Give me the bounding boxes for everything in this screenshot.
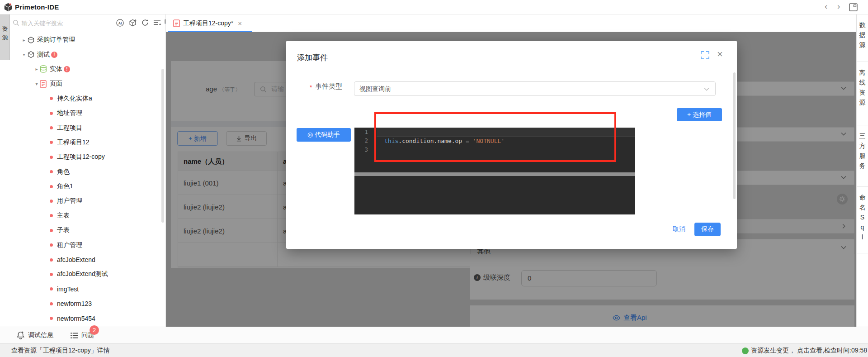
editor-horizontal-scrollbar[interactable] (354, 172, 635, 176)
tree-item-label: newform123 (57, 300, 92, 307)
right-rail-tab[interactable]: 命名Sql (857, 187, 868, 253)
tree-item[interactable]: 持久化实体a (10, 91, 165, 106)
tree-item-label: afcJobExtend (57, 256, 95, 263)
tree-collapsed-arrow-icon[interactable]: ▸ (33, 67, 40, 71)
item-dot-icon (50, 273, 53, 276)
dialog-title: 添加事件 (297, 52, 328, 63)
tree-item-label: afcJobExtend测试 (57, 270, 108, 278)
debug-bell-icon (16, 331, 25, 339)
left-rail-label: 资 (0, 24, 10, 33)
sidebar-search[interactable]: 输入关键字搜索 AI 文A (10, 14, 165, 32)
code-assistant-button[interactable]: ◎ 代码助手 (297, 128, 351, 142)
item-dot-icon (50, 317, 53, 320)
tree-item-label: 主表 (57, 212, 70, 220)
item-dot-icon (50, 214, 53, 217)
tree-item[interactable]: 主表 (10, 209, 165, 223)
window-layout-icon[interactable] (849, 3, 858, 11)
right-rail-tab[interactable]: 数据源 (857, 14, 868, 62)
annotation-red-box (374, 112, 616, 162)
title-bar: Primeton-IDE ‹ › (0, 0, 868, 14)
pick-value-button[interactable]: + 选择值 (677, 108, 722, 121)
new-module-icon[interactable] (128, 19, 137, 27)
tree-item-label: 工程项目 (57, 124, 82, 132)
sidebar-scrollbar[interactable] (161, 69, 164, 223)
item-dot-icon (50, 97, 53, 100)
item-dot-icon (50, 243, 53, 247)
tree-item[interactable]: 工程项目12-copy (10, 150, 165, 164)
tree-item[interactable]: 角色1 (10, 179, 165, 194)
tree-expanded-arrow-icon[interactable]: ▾ (33, 81, 40, 86)
add-event-dialog: 添加事件 × * 事件类型 视图查询前 + 选择值 ◎ 代码助手 1this.c… (286, 41, 737, 249)
tree-item[interactable]: 租户管理 (10, 238, 165, 252)
required-asterisk: * (310, 84, 312, 91)
nav-back-icon[interactable]: ‹ (825, 1, 827, 11)
tree-item[interactable]: ▾测试! (10, 47, 165, 62)
list-icon (71, 332, 78, 339)
tree-item-label: 角色1 (57, 182, 73, 190)
save-button[interactable]: 保存 (694, 223, 721, 236)
nav-forward-icon[interactable]: › (837, 1, 840, 11)
tree-item[interactable]: 工程项目 (10, 120, 165, 135)
debug-info-tab[interactable]: 调试信息 (16, 327, 53, 343)
tree-item[interactable]: 工程项目12 (10, 135, 165, 150)
item-dot-icon (50, 170, 53, 173)
event-type-value: 视图查询前 (359, 85, 391, 93)
tab-close-icon[interactable]: × (238, 19, 242, 27)
tree-item[interactable]: afcJobExtend测试 (10, 267, 165, 281)
tree-item[interactable]: newform123 (10, 296, 165, 311)
expand-dialog-icon[interactable] (701, 51, 709, 59)
resource-change-text: 资源发生变更， 点击查看,检查时间:09:58 (751, 347, 867, 355)
tab-label: 工程项目12-copy* (183, 19, 233, 28)
status-bar: 查看资源「工程项目12-copy」详情 资源发生变更， 点击查看,检查时间:09… (0, 343, 868, 357)
tree-item[interactable]: ▸实体! (10, 62, 165, 76)
tree-item[interactable]: ▸采购订单管理 (10, 33, 165, 47)
page-icon (40, 80, 47, 88)
tree-item-label: 租户管理 (57, 241, 82, 249)
event-type-select[interactable]: 视图查询前 (354, 81, 716, 96)
app-logo-icon (3, 2, 13, 12)
line-number: 3 (354, 147, 373, 153)
tree-expanded-arrow-icon[interactable]: ▾ (21, 52, 27, 57)
tree-item[interactable]: ▾页面 (10, 76, 165, 91)
cancel-button[interactable]: 取消 (673, 225, 685, 233)
refresh-icon[interactable] (141, 19, 149, 27)
item-dot-icon (50, 141, 53, 144)
error-badge: ! (51, 52, 57, 58)
tree-item[interactable]: 用户管理 (10, 194, 165, 208)
tree-item[interactable]: 角色 (10, 165, 165, 179)
close-dialog-icon[interactable]: × (717, 48, 723, 60)
item-dot-icon (50, 229, 53, 232)
right-rail: 数据源离线资源三方服务命名Sql (856, 14, 868, 343)
left-rail-label: 源 (0, 33, 10, 42)
tree-item-label: 角色 (57, 168, 70, 176)
chevron-down-icon (703, 86, 710, 92)
database-icon (40, 65, 47, 73)
sidebar-search-placeholder: 输入关键字搜索 (22, 19, 63, 28)
tree-item-label: newform5454 (57, 315, 95, 322)
dialog-scrollbar[interactable] (733, 72, 736, 199)
status-green-dot-icon (742, 347, 749, 354)
tree-item-label: imgTest (57, 286, 79, 293)
tree-item[interactable]: imgTest (10, 282, 165, 296)
tab-project12-copy[interactable]: 工程项目12-copy* × (168, 14, 248, 32)
tree-item[interactable]: newform5454 (10, 311, 165, 325)
tree-item-label: 实体 (50, 65, 62, 73)
item-dot-icon (50, 112, 53, 115)
resource-change-notice[interactable]: 资源发生变更， 点击查看,检查时间:09:58 (742, 347, 867, 355)
sort-filter-icon[interactable] (153, 19, 161, 26)
tree-item-label: 测试 (37, 51, 50, 59)
item-dot-icon (50, 258, 53, 262)
right-rail-tab[interactable]: 三方服务 (857, 125, 868, 187)
search-icon (13, 19, 19, 26)
left-rail-resources-tab[interactable]: 资 源 (0, 14, 10, 60)
tree-item[interactable]: afcJobExtend (10, 252, 165, 267)
error-badge: ! (64, 66, 70, 72)
ai-assist-icon[interactable]: AI (116, 19, 124, 27)
app-title: Primeton-IDE (15, 3, 59, 11)
tree-item[interactable]: 地址管理 (10, 106, 165, 120)
tree-collapsed-arrow-icon[interactable]: ▸ (21, 38, 27, 43)
tree-item[interactable]: 子表 (10, 223, 165, 238)
item-dot-icon (50, 156, 53, 159)
package-icon (27, 51, 35, 58)
right-rail-tab[interactable]: 离线资源 (857, 62, 868, 125)
